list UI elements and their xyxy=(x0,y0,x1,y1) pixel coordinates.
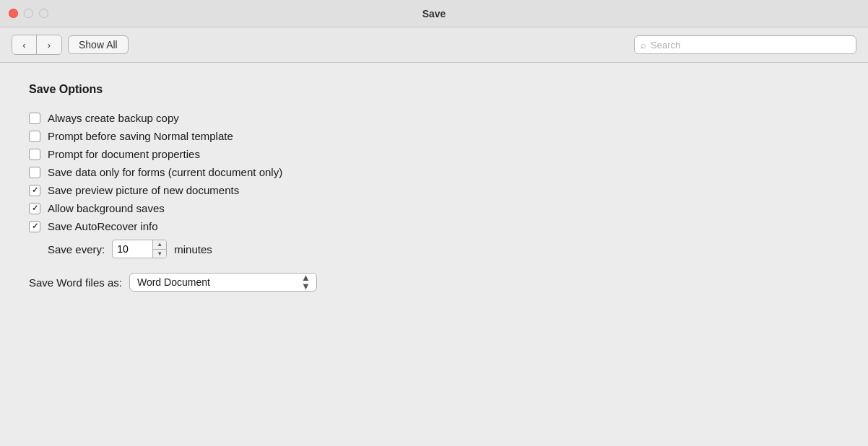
option-row: Prompt before saving Normal template xyxy=(29,127,839,145)
save-every-input[interactable] xyxy=(113,240,152,258)
traffic-lights xyxy=(9,9,48,18)
search-icon: ⌕ xyxy=(641,40,646,51)
option-label-background-saves: Allow background saves xyxy=(48,202,165,214)
back-button[interactable]: ‹ xyxy=(12,35,37,54)
title-bar: Save xyxy=(0,0,868,27)
option-row: Prompt for document properties xyxy=(29,145,839,163)
forward-button[interactable]: › xyxy=(37,35,61,54)
option-row: Save data only for forms (current docume… xyxy=(29,163,839,181)
minimize-button[interactable] xyxy=(24,9,33,18)
stepper-down-button[interactable]: ▼ xyxy=(153,250,166,258)
option-label-preview-picture: Save preview picture of new documents xyxy=(48,184,239,196)
close-button[interactable] xyxy=(9,9,18,18)
show-all-button[interactable]: Show All xyxy=(68,35,129,54)
autorecover-suffix: minutes xyxy=(174,243,212,255)
option-label-normal-template: Prompt before saving Normal template xyxy=(48,130,233,142)
checkbox-background-saves[interactable] xyxy=(29,203,40,214)
file-format-select[interactable]: Word Document ▲ ▼ xyxy=(129,273,317,292)
search-box: ⌕ xyxy=(634,35,856,54)
checkbox-autorecover[interactable] xyxy=(29,221,40,232)
option-row: Always create backup copy xyxy=(29,109,839,127)
checkbox-backup[interactable] xyxy=(29,113,40,124)
search-input[interactable] xyxy=(651,40,850,51)
stepper-up-button[interactable]: ▲ xyxy=(153,240,166,250)
autorecover-row: Save every: ▲ ▼ minutes xyxy=(29,235,839,263)
option-label-autorecover: Save AutoRecover info xyxy=(48,220,158,232)
option-label-forms-data: Save data only for forms (current docume… xyxy=(48,166,282,178)
checkbox-doc-properties[interactable] xyxy=(29,149,40,160)
option-row: Allow background saves xyxy=(29,199,839,217)
nav-buttons: ‹ › xyxy=(12,35,62,55)
save-every-input-container: ▲ ▼ xyxy=(112,240,167,258)
file-format-value: Word Document xyxy=(137,276,301,288)
select-arrow-icon: ▲ ▼ xyxy=(301,274,311,290)
checkbox-forms-data[interactable] xyxy=(29,167,40,178)
option-label-doc-properties: Prompt for document properties xyxy=(48,148,200,160)
maximize-button[interactable] xyxy=(39,9,48,18)
option-label-backup: Always create backup copy xyxy=(48,112,179,124)
section-title: Save Options xyxy=(29,83,839,96)
option-row: Save AutoRecover info xyxy=(29,217,839,235)
options-list: Always create backup copyPrompt before s… xyxy=(29,109,839,235)
file-format-label: Save Word files as: xyxy=(29,276,122,289)
toolbar: ‹ › Show All ⌕ xyxy=(0,27,868,63)
checkbox-normal-template[interactable] xyxy=(29,131,40,142)
autorecover-prefix: Save every: xyxy=(48,243,105,255)
file-format-row: Save Word files as: Word Document ▲ ▼ xyxy=(29,263,839,296)
option-row: Save preview picture of new documents xyxy=(29,181,839,199)
checkbox-preview-picture[interactable] xyxy=(29,185,40,196)
content-area: Save Options Always create backup copyPr… xyxy=(0,63,868,310)
stepper-buttons: ▲ ▼ xyxy=(152,240,166,258)
window-title: Save xyxy=(422,8,446,19)
